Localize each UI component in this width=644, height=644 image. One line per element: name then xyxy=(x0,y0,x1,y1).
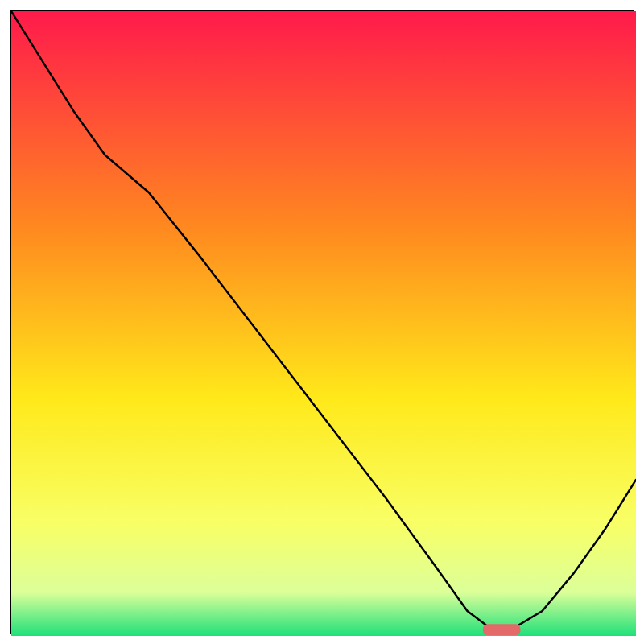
bottleneck-chart xyxy=(11,11,636,636)
optimal-marker xyxy=(483,624,521,635)
plot-frame: TheBottlenecker.com xyxy=(10,10,634,634)
gradient-background xyxy=(11,11,636,636)
